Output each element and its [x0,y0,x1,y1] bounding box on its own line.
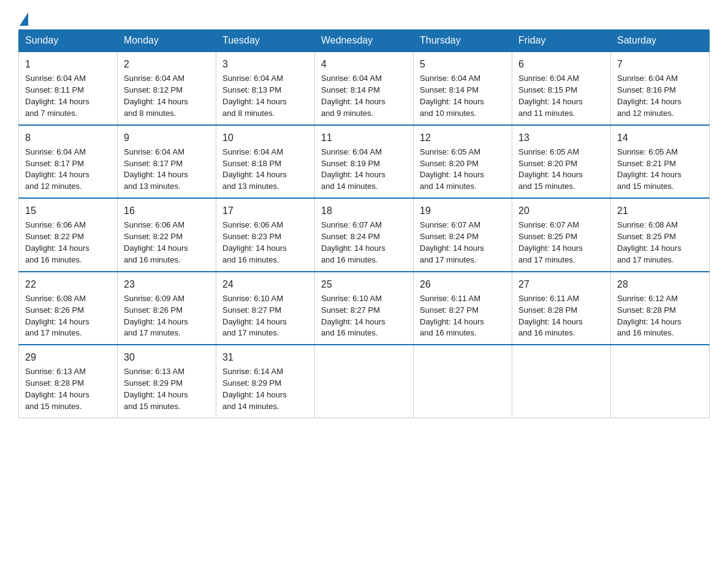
calendar-header-wednesday: Wednesday [315,30,414,52]
calendar-cell: 5Sunrise: 6:04 AMSunset: 8:14 PMDaylight… [414,52,512,125]
calendar-cell: 1Sunrise: 6:04 AMSunset: 8:11 PMDaylight… [19,52,118,125]
day-info: Sunrise: 6:06 AMSunset: 8:22 PMDaylight:… [25,220,111,266]
day-info: Sunrise: 6:13 AMSunset: 8:28 PMDaylight:… [25,366,111,412]
calendar-cell: 22Sunrise: 6:08 AMSunset: 8:26 PMDayligh… [19,272,118,345]
calendar-week-row-4: 22Sunrise: 6:08 AMSunset: 8:26 PMDayligh… [19,272,710,345]
day-number: 25 [321,277,407,291]
day-number: 8 [25,131,111,145]
calendar-header-friday: Friday [512,30,611,52]
day-number: 5 [420,57,506,71]
calendar-cell: 20Sunrise: 6:07 AMSunset: 8:25 PMDayligh… [512,198,611,272]
day-info: Sunrise: 6:13 AMSunset: 8:29 PMDaylight:… [124,366,210,412]
calendar-cell [414,345,512,418]
day-info: Sunrise: 6:08 AMSunset: 8:25 PMDaylight:… [617,220,703,266]
calendar-cell: 17Sunrise: 6:06 AMSunset: 8:23 PMDayligh… [216,198,315,272]
day-info: Sunrise: 6:04 AMSunset: 8:15 PMDaylight:… [518,73,604,119]
day-number: 16 [124,204,210,218]
day-info: Sunrise: 6:04 AMSunset: 8:13 PMDaylight:… [222,73,308,119]
calendar-cell: 10Sunrise: 6:04 AMSunset: 8:18 PMDayligh… [216,125,315,199]
calendar-week-row-2: 8Sunrise: 6:04 AMSunset: 8:17 PMDaylight… [19,125,710,199]
day-info: Sunrise: 6:06 AMSunset: 8:23 PMDaylight:… [222,220,308,266]
logo [18,12,29,23]
calendar-week-row-5: 29Sunrise: 6:13 AMSunset: 8:28 PMDayligh… [19,345,710,418]
day-info: Sunrise: 6:04 AMSunset: 8:19 PMDaylight:… [321,147,407,193]
calendar-cell: 6Sunrise: 6:04 AMSunset: 8:15 PMDaylight… [512,52,611,125]
day-info: Sunrise: 6:14 AMSunset: 8:29 PMDaylight:… [222,366,308,412]
calendar-cell: 13Sunrise: 6:05 AMSunset: 8:20 PMDayligh… [512,125,611,199]
day-number: 29 [25,350,111,364]
calendar-cell [315,345,414,418]
calendar-week-row-3: 15Sunrise: 6:06 AMSunset: 8:22 PMDayligh… [19,198,710,272]
calendar-cell: 9Sunrise: 6:04 AMSunset: 8:17 PMDaylight… [118,125,216,199]
calendar-header-saturday: Saturday [611,30,710,52]
day-number: 27 [518,277,604,291]
calendar-header-thursday: Thursday [414,30,512,52]
calendar-cell: 12Sunrise: 6:05 AMSunset: 8:20 PMDayligh… [414,125,512,199]
day-number: 2 [124,57,210,71]
calendar-cell: 15Sunrise: 6:06 AMSunset: 8:22 PMDayligh… [19,198,118,272]
day-number: 7 [617,57,703,71]
day-number: 1 [25,57,111,71]
day-info: Sunrise: 6:06 AMSunset: 8:22 PMDaylight:… [124,220,210,266]
day-number: 17 [222,204,308,218]
calendar-cell: 29Sunrise: 6:13 AMSunset: 8:28 PMDayligh… [19,345,118,418]
day-info: Sunrise: 6:04 AMSunset: 8:12 PMDaylight:… [124,73,210,119]
day-info: Sunrise: 6:12 AMSunset: 8:28 PMDaylight:… [617,293,703,339]
page-header [18,12,710,23]
day-number: 13 [518,131,604,145]
day-info: Sunrise: 6:05 AMSunset: 8:20 PMDaylight:… [420,147,506,193]
day-info: Sunrise: 6:10 AMSunset: 8:27 PMDaylight:… [222,293,308,339]
calendar-cell: 27Sunrise: 6:11 AMSunset: 8:28 PMDayligh… [512,272,611,345]
day-number: 18 [321,204,407,218]
day-number: 3 [222,57,308,71]
day-info: Sunrise: 6:07 AMSunset: 8:25 PMDaylight:… [518,220,604,266]
day-number: 26 [420,277,506,291]
day-info: Sunrise: 6:04 AMSunset: 8:17 PMDaylight:… [25,147,111,193]
day-number: 14 [617,131,703,145]
day-number: 24 [222,277,308,291]
calendar-cell: 16Sunrise: 6:06 AMSunset: 8:22 PMDayligh… [118,198,216,272]
day-number: 6 [518,57,604,71]
day-info: Sunrise: 6:04 AMSunset: 8:16 PMDaylight:… [617,73,703,119]
calendar-cell [512,345,611,418]
day-number: 9 [124,131,210,145]
day-info: Sunrise: 6:11 AMSunset: 8:28 PMDaylight:… [518,293,604,339]
day-info: Sunrise: 6:07 AMSunset: 8:24 PMDaylight:… [321,220,407,266]
day-number: 31 [222,350,308,364]
day-info: Sunrise: 6:04 AMSunset: 8:14 PMDaylight:… [321,73,407,119]
calendar-cell: 23Sunrise: 6:09 AMSunset: 8:26 PMDayligh… [118,272,216,345]
day-number: 11 [321,131,407,145]
day-number: 4 [321,57,407,71]
calendar-cell: 11Sunrise: 6:04 AMSunset: 8:19 PMDayligh… [315,125,414,199]
calendar-cell: 4Sunrise: 6:04 AMSunset: 8:14 PMDaylight… [315,52,414,125]
day-info: Sunrise: 6:05 AMSunset: 8:20 PMDaylight:… [518,147,604,193]
day-number: 12 [420,131,506,145]
calendar-cell: 14Sunrise: 6:05 AMSunset: 8:21 PMDayligh… [611,125,710,199]
calendar-cell: 7Sunrise: 6:04 AMSunset: 8:16 PMDaylight… [611,52,710,125]
day-info: Sunrise: 6:08 AMSunset: 8:26 PMDaylight:… [25,293,111,339]
calendar-header-monday: Monday [118,30,216,52]
day-info: Sunrise: 6:10 AMSunset: 8:27 PMDaylight:… [321,293,407,339]
day-info: Sunrise: 6:04 AMSunset: 8:14 PMDaylight:… [420,73,506,119]
day-number: 19 [420,204,506,218]
day-info: Sunrise: 6:07 AMSunset: 8:24 PMDaylight:… [420,220,506,266]
calendar-cell: 28Sunrise: 6:12 AMSunset: 8:28 PMDayligh… [611,272,710,345]
calendar-cell: 21Sunrise: 6:08 AMSunset: 8:25 PMDayligh… [611,198,710,272]
day-number: 30 [124,350,210,364]
calendar-table: SundayMondayTuesdayWednesdayThursdayFrid… [18,29,710,418]
calendar-header-tuesday: Tuesday [216,30,315,52]
calendar-cell: 2Sunrise: 6:04 AMSunset: 8:12 PMDaylight… [118,52,216,125]
day-number: 21 [617,204,703,218]
day-info: Sunrise: 6:04 AMSunset: 8:18 PMDaylight:… [222,147,308,193]
calendar-cell: 3Sunrise: 6:04 AMSunset: 8:13 PMDaylight… [216,52,315,125]
day-number: 20 [518,204,604,218]
day-info: Sunrise: 6:05 AMSunset: 8:21 PMDaylight:… [617,147,703,193]
day-number: 28 [617,277,703,291]
day-info: Sunrise: 6:11 AMSunset: 8:27 PMDaylight:… [420,293,506,339]
calendar-cell: 24Sunrise: 6:10 AMSunset: 8:27 PMDayligh… [216,272,315,345]
day-number: 15 [25,204,111,218]
calendar-cell: 19Sunrise: 6:07 AMSunset: 8:24 PMDayligh… [414,198,512,272]
calendar-cell: 25Sunrise: 6:10 AMSunset: 8:27 PMDayligh… [315,272,414,345]
calendar-cell: 30Sunrise: 6:13 AMSunset: 8:29 PMDayligh… [118,345,216,418]
day-number: 22 [25,277,111,291]
